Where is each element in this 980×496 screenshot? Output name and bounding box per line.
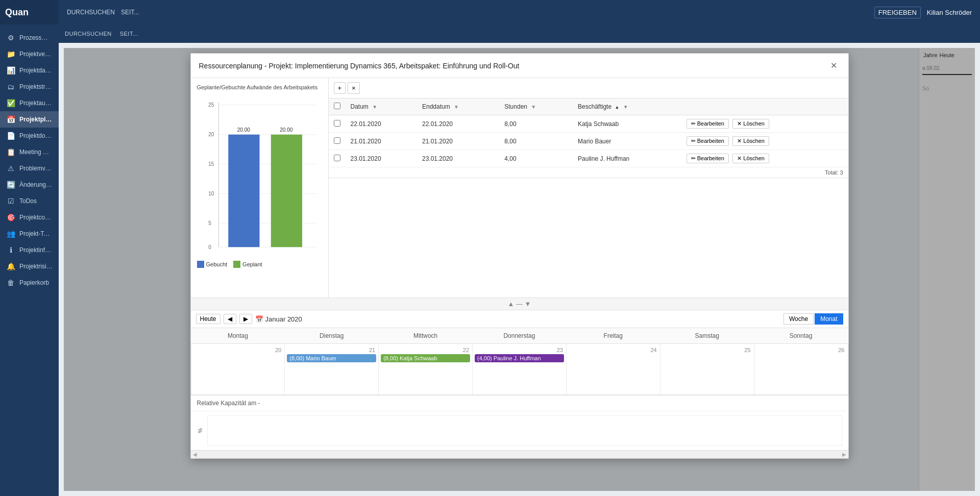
bearbeiten-button-2[interactable]: ✏ Bearbeiten	[687, 154, 729, 163]
stunden-filter-icon[interactable]: ▼	[531, 104, 536, 110]
sidebar-item-projektstruktur[interactable]: 🗂Projektstruktur...	[0, 79, 59, 95]
cell-enddatum-2: 23.01.2020	[417, 150, 499, 167]
projektaufga-icon: ✅	[6, 99, 15, 107]
modal-horizontal-scrollbar[interactable]: ◀ ▶	[191, 450, 848, 458]
sidebar-item-meeting-man[interactable]: 📋Meeting Man...	[0, 144, 59, 160]
calendar-cell-26[interactable]: 26	[754, 344, 848, 395]
close-table-button[interactable]: ×	[348, 82, 360, 94]
loschen-button-0[interactable]: ✕ Löschen	[732, 119, 769, 129]
collapse-row: ▲ — ▼	[191, 297, 848, 310]
problemverf-icon: ⚠	[6, 164, 15, 172]
seiten-label[interactable]: SEIT...	[121, 9, 139, 16]
header-datum-label: Datum	[351, 103, 369, 110]
svg-text:5: 5	[208, 220, 211, 226]
projektstruktur-label: Projektstruktur...	[19, 83, 53, 90]
sidebar-item-papierkorb[interactable]: 🗑Papierkorb	[0, 275, 59, 291]
table-body: 22.01.2020 22.01.2020 8,00 Katja Schwaab…	[329, 115, 848, 167]
day-num-21: 21	[287, 346, 376, 354]
row-checkbox-1[interactable]	[334, 137, 340, 144]
toolbar-durchsuchen[interactable]: DURCHSUCHEN	[65, 31, 112, 37]
main-area: DURCHSUCHEN SEIT... Jahre Heute a 08.02.…	[59, 24, 980, 496]
cell-beschaeftigte-1: Mario Bauer	[573, 133, 681, 150]
legend-geplant: Geplant	[233, 261, 262, 268]
projektrisiken-icon: 🔔	[6, 262, 15, 270]
anderungsve-icon: 🔄	[6, 181, 15, 189]
calendar-event[interactable]: (8,00) Katja Schwaab	[381, 354, 470, 362]
sidebar-item-projekt-team[interactable]: 👥Projekt-Team...	[0, 226, 59, 242]
add-row-button[interactable]: +	[334, 82, 346, 94]
header-datum[interactable]: Datum ▼	[346, 98, 417, 115]
sidebar-brand-logo: Quan	[5, 7, 29, 18]
row-checkbox-0[interactable]	[334, 120, 340, 127]
sidebar-item-projektdoku[interactable]: 📄Projektdoku...	[0, 128, 59, 144]
calendar-cell-24[interactable]: 24	[566, 344, 660, 395]
papierkorb-label: Papierkorb	[19, 279, 49, 286]
topbar-left: DURCHSUCHEN SEIT...	[67, 9, 139, 16]
cell-datum-0: 22.01.2020	[346, 115, 417, 133]
calendar-toolbar: Heute ◀ ▶ 📅 Januar 2020 Woche Monat	[191, 310, 848, 328]
cell-datum-1: 21.01.2020	[346, 133, 417, 150]
sidebar-item-projektrisiken[interactable]: 🔔Projektrisiken...	[0, 258, 59, 275]
bearbeiten-button-1[interactable]: ✏ Bearbeiten	[687, 136, 729, 146]
header-beschaeftigte[interactable]: Beschäftigte ▲ ▼	[573, 98, 681, 115]
modal-overlay: Ressourcenplanung - Projekt: Implementie…	[64, 48, 975, 491]
calendar-event[interactable]: (4,00) Pauline J. Huffman	[475, 354, 564, 362]
svg-text:15: 15	[208, 161, 214, 167]
beschaeftigte-filter-icon[interactable]: ▼	[623, 104, 628, 110]
projektdaten-icon: 📊	[6, 66, 15, 75]
sidebar-item-projektverwalt[interactable]: 📁Projektverwalt...	[0, 46, 59, 62]
sidebar-item-anderungsve[interactable]: 🔄Änderungsve...	[0, 177, 59, 193]
enddatum-filter-icon[interactable]: ▼	[454, 104, 459, 110]
modal-close-button[interactable]: ✕	[827, 60, 840, 71]
collapse-arrow[interactable]: ▲ — ▼	[508, 300, 531, 308]
resource-table: Datum ▼ Enddatum ▼	[329, 98, 848, 167]
legend-geplant-label: Geplant	[242, 261, 262, 267]
bearbeiten-button-0[interactable]: ✏ Bearbeiten	[687, 119, 729, 129]
month-view-button[interactable]: Monat	[815, 313, 843, 325]
day-header-do: Donnerstag	[473, 328, 567, 344]
loschen-button-2[interactable]: ✕ Löschen	[732, 154, 769, 163]
header-stunden[interactable]: Stunden ▼	[499, 98, 573, 115]
projektinform-label: Projektinform...	[19, 246, 53, 254]
projektplanu-icon: 📅	[6, 115, 15, 123]
sidebar-item-projektinform[interactable]: ℹProjektinform...	[0, 242, 59, 258]
projektcockp-label: Projektcockp...	[19, 214, 53, 221]
freigeben-button[interactable]: FREIGEBEN	[874, 7, 921, 18]
sidebar-item-projektaufga[interactable]: ✅Projektaufga...	[0, 95, 59, 111]
loschen-button-1[interactable]: ✕ Löschen	[732, 136, 769, 146]
day-header-fr: Freitag	[566, 328, 660, 344]
sidebar-item-prozessmanag[interactable]: ⚙Prozessmanag...	[0, 30, 59, 46]
sidebar-item-projektcockp[interactable]: 🎯Projektcockp...	[0, 209, 59, 226]
sidebar-item-todos[interactable]: ☑ToDos	[0, 193, 59, 209]
calendar-event[interactable]: (8,00) Mario Bauer	[287, 354, 376, 362]
svg-text:20: 20	[208, 132, 214, 137]
row-checkbox-2[interactable]	[334, 155, 340, 161]
sidebar-item-problemverf[interactable]: ⚠Problemverf...	[0, 160, 59, 177]
projektdoku-label: Projektdoku...	[19, 132, 53, 139]
header-actions	[681, 98, 848, 115]
calendar-cell-21[interactable]: 21(8,00) Mario Bauer	[285, 344, 379, 395]
next-month-button[interactable]: ▶	[239, 314, 252, 324]
sidebar-header: Quan	[0, 0, 59, 24]
header-enddatum[interactable]: Enddatum ▼	[417, 98, 499, 115]
table-panel: + ×	[329, 78, 848, 297]
select-all-checkbox[interactable]	[334, 103, 340, 109]
sidebar-item-projektplanu[interactable]: 📅Projektplanu...	[0, 111, 59, 128]
sidebar-item-projektdaten[interactable]: 📊Projektdaten...	[0, 62, 59, 79]
datum-filter-icon[interactable]: ▼	[372, 104, 377, 110]
projektdaten-label: Projektdaten...	[19, 67, 53, 74]
calendar-cell-23[interactable]: 23(4,00) Pauline J. Huffman	[473, 344, 567, 395]
week-view-button[interactable]: Woche	[783, 313, 814, 325]
toolbar-seiten[interactable]: SEIT...	[120, 31, 138, 37]
calendar-grid: Montag Dienstag Mittwoch Donnerstag Frei…	[191, 328, 848, 395]
prev-month-button[interactable]: ◀	[224, 314, 236, 324]
today-button[interactable]: Heute	[196, 314, 220, 324]
calendar-cell-25[interactable]: 25	[660, 344, 754, 395]
calendar-cell-22[interactable]: 22(8,00) Katja Schwaab	[379, 344, 473, 395]
cell-beschaeftigte-2: Pauline J. Huffman	[573, 150, 681, 167]
durchsuchen-label[interactable]: DURCHSUCHEN	[67, 9, 115, 16]
cell-enddatum-0: 22.01.2020	[417, 115, 499, 133]
calendar-cell-20[interactable]: 20	[191, 344, 285, 395]
cell-beschaeftigte-0: Katja Schwaab	[573, 115, 681, 133]
projekt-team-icon: 👥	[6, 230, 15, 238]
